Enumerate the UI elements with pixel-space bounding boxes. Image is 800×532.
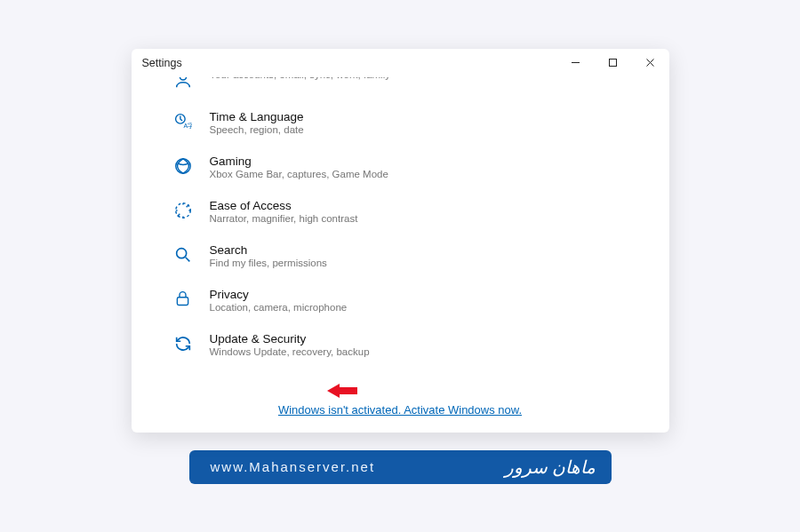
svg-rect-1 — [610, 60, 617, 67]
settings-item-ease-of-access[interactable]: Ease of Access Narrator, magnifier, high… — [172, 192, 652, 236]
settings-item-desc: Narrator, magnifier, high contrast — [210, 213, 358, 224]
ease-of-access-icon — [172, 200, 194, 221]
accounts-icon — [172, 77, 194, 91]
settings-item-title: Ease of Access — [210, 199, 358, 212]
branding-footer: www.Mahanserver.net ماهان سرور — [189, 450, 612, 484]
footer-brand: ماهان سرور — [505, 457, 596, 478]
window-controls — [557, 49, 669, 77]
annotation-arrow-icon — [327, 382, 357, 400]
svg-text:A字: A字 — [183, 123, 192, 129]
maximize-icon — [608, 58, 618, 67]
time-language-icon: A字 — [172, 111, 194, 132]
svg-point-4 — [180, 77, 186, 80]
close-button[interactable] — [632, 49, 669, 77]
minimize-button[interactable] — [557, 49, 595, 77]
settings-window: Settings Your accounts, email, sync, wor… — [132, 49, 669, 433]
svg-marker-12 — [327, 384, 357, 398]
footer-url: www.Mahanserver.net — [211, 459, 376, 474]
settings-item-title: Search — [210, 243, 327, 257]
settings-item-desc: Windows Update, recovery, backup — [210, 346, 370, 357]
settings-item-title: Update & Security — [210, 332, 370, 345]
svg-rect-11 — [177, 298, 188, 306]
settings-item-title: Time & Language — [210, 110, 304, 123]
titlebar: Settings — [132, 49, 669, 77]
settings-item-update-security[interactable]: Update & Security Windows Update, recove… — [172, 325, 652, 369]
settings-item-desc: Your accounts, email, sync, work, family — [210, 77, 390, 80]
settings-item-accounts[interactable]: Your accounts, email, sync, work, family — [172, 77, 652, 103]
activate-windows-link[interactable]: Windows isn't activated. Activate Window… — [132, 403, 669, 417]
settings-item-search[interactable]: Search Find my files, permissions — [172, 236, 652, 281]
gaming-icon — [172, 155, 194, 177]
settings-item-desc: Speech, region, date — [210, 124, 304, 135]
settings-item-time-language[interactable]: A字 Time & Language Speech, region, date — [172, 103, 652, 147]
window-title: Settings — [142, 57, 182, 69]
privacy-icon — [172, 289, 194, 310]
settings-item-desc: Xbox Game Bar, captures, Game Mode — [210, 169, 388, 179]
settings-list: Your accounts, email, sync, work, family… — [132, 77, 669, 433]
close-icon — [645, 58, 655, 67]
settings-item-desc: Find my files, permissions — [210, 258, 327, 268]
settings-item-title: Gaming — [210, 155, 388, 168]
settings-item-title: Privacy — [210, 288, 348, 301]
settings-item-desc: Location, camera, microphone — [210, 302, 348, 313]
search-icon — [172, 244, 194, 266]
svg-line-10 — [185, 257, 189, 261]
settings-item-privacy[interactable]: Privacy Location, camera, microphone — [172, 281, 652, 325]
update-security-icon — [172, 333, 194, 354]
settings-item-gaming[interactable]: Gaming Xbox Game Bar, captures, Game Mod… — [172, 147, 652, 192]
minimize-icon — [571, 58, 580, 67]
maximize-button[interactable] — [595, 49, 632, 77]
svg-point-9 — [176, 248, 186, 258]
